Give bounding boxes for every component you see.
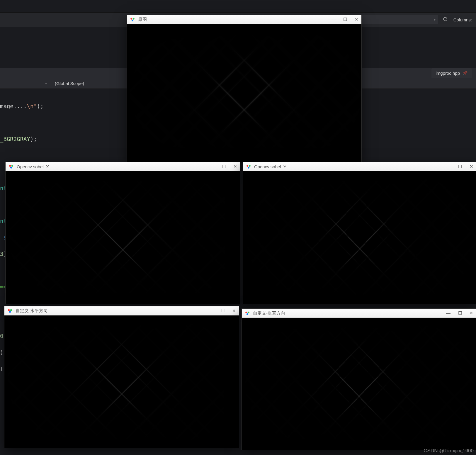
pin-icon: 📌 <box>462 70 468 76</box>
close-icon[interactable]: ✕ <box>355 17 358 22</box>
svg-point-2 <box>132 20 133 21</box>
svg-point-0 <box>130 18 132 20</box>
image-content <box>127 24 361 162</box>
svg-point-9 <box>8 309 10 311</box>
opencv-icon <box>245 310 250 316</box>
close-icon[interactable]: ✕ <box>233 164 237 169</box>
code-line <box>0 118 129 127</box>
close-icon[interactable]: ✕ <box>232 308 236 313</box>
svg-point-12 <box>245 312 247 313</box>
svg-point-13 <box>248 312 249 313</box>
svg-point-10 <box>10 309 12 311</box>
code-line: _BGR2GRAY); <box>0 135 129 143</box>
svg-point-11 <box>9 311 11 313</box>
svg-point-1 <box>133 18 135 20</box>
watermark: CSDN @Σίσυφος1900 <box>424 448 474 454</box>
svg-point-14 <box>246 313 248 315</box>
maximize-icon[interactable]: ☐ <box>458 164 462 169</box>
code-line: mage....\n"); <box>0 102 129 110</box>
image-content <box>243 171 476 304</box>
minimize-icon[interactable]: — <box>210 164 214 169</box>
titlebar[interactable]: Opencv sobel_Y —☐✕ <box>243 162 476 171</box>
svg-point-7 <box>249 165 251 167</box>
scope-label[interactable]: (Global Scope) <box>49 81 90 86</box>
opencv-icon <box>8 164 14 169</box>
tab-imgproc[interactable]: imgproc.hpp 📌 <box>431 68 472 78</box>
window-original[interactable]: 原图 — ☐ ✕ <box>127 15 362 162</box>
svg-point-6 <box>246 165 248 167</box>
image-content <box>6 171 240 304</box>
minimize-icon[interactable]: — <box>446 310 450 316</box>
window-title: Opencv sobel_Y <box>254 164 443 169</box>
svg-point-4 <box>11 165 13 167</box>
titlebar[interactable]: 自定义-垂直方向 —☐✕ <box>242 309 476 318</box>
opencv-icon <box>246 164 251 169</box>
maximize-icon[interactable]: ☐ <box>343 17 347 22</box>
titlebar[interactable]: Opencv sobel_X —☐✕ <box>6 162 240 171</box>
window-custom-horizontal[interactable]: 自定义-水平方向 —☐✕ <box>4 306 239 448</box>
maximize-icon[interactable]: ☐ <box>221 308 225 313</box>
window-title: 原图 <box>138 17 328 22</box>
titlebar[interactable]: 原图 — ☐ ✕ <box>127 15 361 24</box>
image-content <box>242 318 476 450</box>
window-title: 自定义-水平方向 <box>16 308 206 314</box>
opencv-icon <box>130 17 135 22</box>
refresh-icon[interactable] <box>443 17 449 23</box>
window-sobel-y[interactable]: Opencv sobel_Y —☐✕ <box>243 162 476 304</box>
svg-point-3 <box>9 165 11 167</box>
columns-label: Columns: <box>453 17 472 22</box>
svg-point-8 <box>248 167 249 169</box>
tab-label: imgproc.hpp <box>436 71 460 76</box>
minimize-icon[interactable]: — <box>331 17 336 22</box>
scope-dropdown-left[interactable]: ▾ <box>0 79 49 88</box>
opencv-icon <box>7 308 13 313</box>
close-icon[interactable]: ✕ <box>470 310 473 316</box>
window-custom-vertical[interactable]: 自定义-垂直方向 —☐✕ <box>242 308 476 450</box>
chevron-down-icon: ▾ <box>45 81 47 85</box>
chevron-down-icon: ▾ <box>434 18 436 22</box>
window-title: 自定义-垂直方向 <box>253 310 443 316</box>
maximize-icon[interactable]: ☐ <box>458 310 462 316</box>
titlebar[interactable]: 自定义-水平方向 —☐✕ <box>4 306 239 315</box>
svg-point-5 <box>10 167 12 169</box>
window-title: Opencv sobel_X <box>17 164 207 169</box>
minimize-icon[interactable]: — <box>446 164 450 169</box>
minimize-icon[interactable]: — <box>209 308 213 313</box>
close-icon[interactable]: ✕ <box>470 164 473 169</box>
toolbar-dropdown[interactable]: ▾ <box>351 15 438 24</box>
image-content <box>4 315 239 448</box>
code-line <box>0 151 129 159</box>
window-sobel-x[interactable]: Opencv sobel_X —☐✕ <box>5 162 240 304</box>
maximize-icon[interactable]: ☐ <box>222 164 226 169</box>
